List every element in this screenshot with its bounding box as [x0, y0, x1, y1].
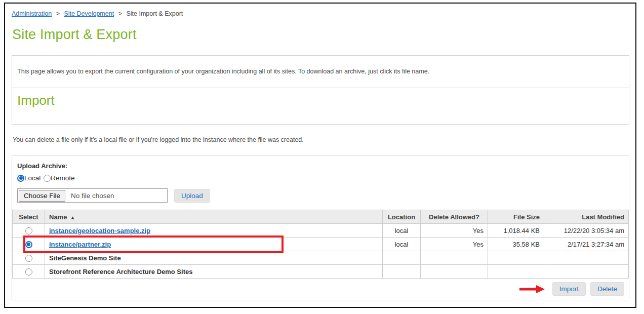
file-chosen-status: No file chosen: [71, 192, 114, 200]
radio-remote-icon[interactable]: [44, 175, 51, 182]
breadcrumb-separator: >: [56, 10, 60, 17]
file-link-geolocation[interactable]: instance/geolocation-sample.zip: [49, 227, 150, 234]
cell-location: local: [383, 224, 421, 238]
breadcrumb-link-site-development[interactable]: Site Development: [64, 10, 114, 17]
radio-remote-label: Remote: [51, 174, 74, 182]
annotation-arrow-icon: [519, 285, 545, 293]
table-row-partner: instance/partner.zip local Yes 35.58 KB …: [13, 238, 629, 251]
cell-delete-allowed: Yes: [421, 238, 488, 251]
row-radio-storefront[interactable]: [25, 268, 32, 276]
demo-site-label: SiteGenesis Demo Site: [45, 251, 383, 265]
page-title: Site Import & Export: [12, 27, 629, 43]
header-name-label: Name: [49, 213, 67, 221]
breadcrumb-current: Site Import & Export: [126, 10, 183, 17]
upload-button[interactable]: Upload: [174, 189, 210, 203]
header-select: Select: [13, 210, 45, 224]
header-last-modified[interactable]: Last Modified: [544, 210, 629, 224]
sort-ascending-icon: ▲: [70, 215, 75, 220]
radio-local-label: Local: [24, 174, 41, 182]
header-file-size[interactable]: File Size: [488, 210, 544, 224]
header-location[interactable]: Location: [383, 210, 421, 224]
breadcrumb-separator: >: [118, 10, 122, 17]
upload-archive-label: Upload Archive:: [17, 162, 624, 170]
file-link-partner[interactable]: instance/partner.zip: [49, 241, 111, 248]
table-row-sitegenesis: SiteGenesis Demo Site: [13, 251, 629, 265]
cell-delete-allowed: Yes: [421, 224, 488, 238]
choose-file-button[interactable]: Choose File: [19, 190, 65, 202]
import-section-title: Import: [12, 88, 629, 124]
cell-last-modified: 12/22/20 3:05:34 am: [544, 224, 629, 238]
radio-option-remote[interactable]: Remote: [44, 174, 74, 182]
header-name[interactable]: Name▲: [45, 210, 383, 224]
cell-file-size: 35.58 KB: [488, 238, 544, 251]
table-header-row: Select Name▲ Location Delete Allowed? Fi…: [13, 210, 629, 224]
cell-location: local: [383, 238, 421, 251]
import-panel: Upload Archive: Local Remote Choose File…: [12, 155, 629, 300]
row-radio-geolocation[interactable]: [25, 227, 32, 234]
delete-note: You can delete a file only if it's a loc…: [13, 136, 629, 143]
page-description: This page allows you to export the curre…: [12, 56, 629, 88]
table-row-geolocation: instance/geolocation-sample.zip local Ye…: [13, 224, 629, 238]
file-input[interactable]: Choose File No file chosen: [17, 188, 168, 203]
upload-archive-section: Upload Archive: Local Remote Choose File…: [12, 155, 629, 210]
table-actions: Import Delete: [12, 279, 629, 300]
breadcrumb: Administration > Site Development > Site…: [12, 10, 629, 17]
header-delete-allowed[interactable]: Delete Allowed?: [421, 210, 488, 224]
radio-option-local[interactable]: Local: [17, 174, 41, 182]
cell-last-modified: 2/17/21 3:27:34 am: [544, 238, 629, 251]
archive-table: Select Name▲ Location Delete Allowed? Fi…: [12, 210, 629, 279]
demo-site-label: Storefront Reference Architecture Demo S…: [45, 265, 383, 279]
row-radio-sitegenesis[interactable]: [25, 255, 32, 262]
table-row-storefront: Storefront Reference Architecture Demo S…: [13, 265, 629, 279]
cell-file-size: 1,018.44 KB: [488, 224, 544, 238]
info-box: This page allows you to export the curre…: [12, 55, 629, 125]
breadcrumb-link-administration[interactable]: Administration: [12, 10, 52, 17]
page-frame: Administration > Site Development > Site…: [4, 3, 636, 308]
delete-button[interactable]: Delete: [590, 282, 624, 296]
import-button[interactable]: Import: [552, 282, 586, 296]
radio-local-icon[interactable]: [17, 175, 24, 182]
row-radio-partner[interactable]: [25, 241, 32, 248]
